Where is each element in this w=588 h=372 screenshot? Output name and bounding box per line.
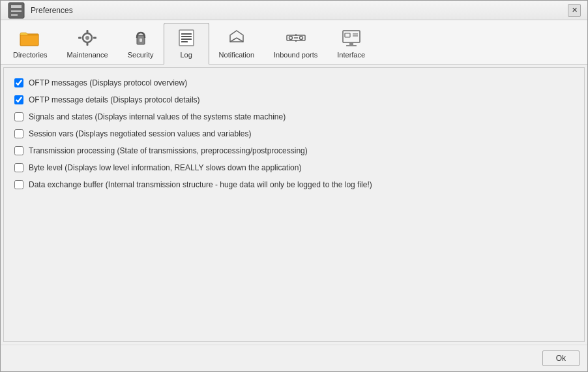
footer: Ok (1, 345, 587, 371)
checkbox-transmission: Transmission processing (State of transm… (14, 146, 574, 155)
oftp-details-label[interactable]: OFTP message details (Displays protocol … (29, 95, 200, 104)
tab-maintenance[interactable]: Maintenance (57, 23, 118, 64)
ok-button[interactable]: Ok (542, 350, 580, 366)
svg-rect-26 (343, 31, 360, 42)
interface-icon (341, 27, 362, 48)
signals-states-label[interactable]: Signals and states (Displays internal va… (29, 112, 286, 121)
session-vars-label[interactable]: Session vars (Displays negotiated sessio… (29, 129, 252, 138)
checkbox-oftp-details: OFTP message details (Displays protocol … (14, 95, 574, 104)
maintenance-icon (77, 27, 98, 48)
svg-rect-10 (93, 37, 96, 39)
svg-rect-12 (140, 39, 142, 42)
tab-directories-label: Directories (13, 51, 48, 59)
window-icon (7, 1, 25, 20)
session-vars-checkbox[interactable] (14, 129, 23, 138)
svg-rect-14 (181, 33, 192, 35)
security-icon (130, 27, 151, 48)
byte-level-checkbox[interactable] (14, 163, 23, 172)
checkbox-session-vars: Session vars (Displays negotiated sessio… (14, 129, 574, 138)
data-exchange-label[interactable]: Data exchange buffer (Internal transmiss… (29, 180, 372, 189)
svg-rect-28 (346, 45, 357, 46)
close-button[interactable]: ✕ (568, 4, 581, 17)
checkbox-byte-level: Byte level (Displays low level informati… (14, 163, 574, 172)
oftp-details-checkbox[interactable] (14, 95, 23, 104)
notification-icon (226, 27, 247, 48)
tab-log[interactable]: Log (164, 23, 209, 65)
checkbox-data-exchange: Data exchange buffer (Internal transmiss… (14, 180, 574, 189)
tab-security[interactable]: Security (118, 23, 164, 64)
checkbox-oftp-messages: OFTP messages (Displays protocol overvie… (14, 78, 574, 87)
svg-rect-7 (87, 30, 89, 33)
tab-notification[interactable]: Notification (209, 23, 264, 64)
svg-rect-15 (181, 36, 192, 37)
svg-rect-4 (20, 34, 38, 46)
svg-rect-16 (181, 39, 192, 40)
svg-rect-3 (11, 14, 18, 16)
svg-rect-17 (181, 41, 188, 42)
preferences-window: Preferences ✕ Directories (0, 0, 588, 372)
svg-rect-29 (345, 33, 350, 37)
svg-rect-8 (87, 42, 89, 46)
svg-line-19 (237, 38, 243, 42)
svg-rect-1 (11, 5, 22, 8)
title-bar: Preferences ✕ (1, 1, 587, 20)
tab-notification-label: Notification (219, 51, 254, 59)
svg-point-6 (85, 36, 89, 40)
data-exchange-checkbox[interactable] (14, 180, 23, 189)
tab-log-label: Log (180, 51, 192, 59)
checkbox-signals-states: Signals and states (Displays internal va… (14, 112, 574, 121)
byte-level-label[interactable]: Byte level (Displays low level informati… (29, 163, 301, 172)
tab-maintenance-label: Maintenance (67, 51, 108, 59)
oftp-messages-label[interactable]: OFTP messages (Displays protocol overvie… (29, 78, 187, 87)
window-title: Preferences (31, 6, 73, 15)
tab-security-label: Security (128, 51, 154, 59)
svg-rect-9 (78, 37, 81, 39)
title-bar-left: Preferences (7, 1, 73, 20)
svg-point-22 (299, 37, 302, 40)
inbound-ports-icon (286, 27, 306, 48)
svg-rect-13 (179, 30, 194, 46)
tab-inbound-ports[interactable]: Inbound ports (264, 23, 327, 64)
log-icon (176, 27, 197, 48)
svg-rect-2 (11, 10, 22, 12)
svg-rect-27 (349, 42, 353, 45)
svg-point-21 (289, 37, 292, 40)
signals-states-checkbox[interactable] (14, 112, 23, 121)
transmission-label[interactable]: Transmission processing (State of transm… (29, 146, 308, 155)
tab-inbound-ports-label: Inbound ports (274, 51, 317, 59)
toolbar: Directories Maintenance (1, 20, 587, 65)
folder-icon (20, 27, 40, 48)
content-area: OFTP messages (Displays protocol overvie… (3, 67, 585, 342)
tab-directories[interactable]: Directories (3, 23, 57, 64)
oftp-messages-checkbox[interactable] (14, 78, 23, 87)
svg-line-18 (230, 38, 237, 42)
transmission-checkbox[interactable] (14, 146, 23, 155)
tab-interface-label: Interface (337, 51, 365, 59)
tab-interface[interactable]: Interface (327, 23, 375, 64)
